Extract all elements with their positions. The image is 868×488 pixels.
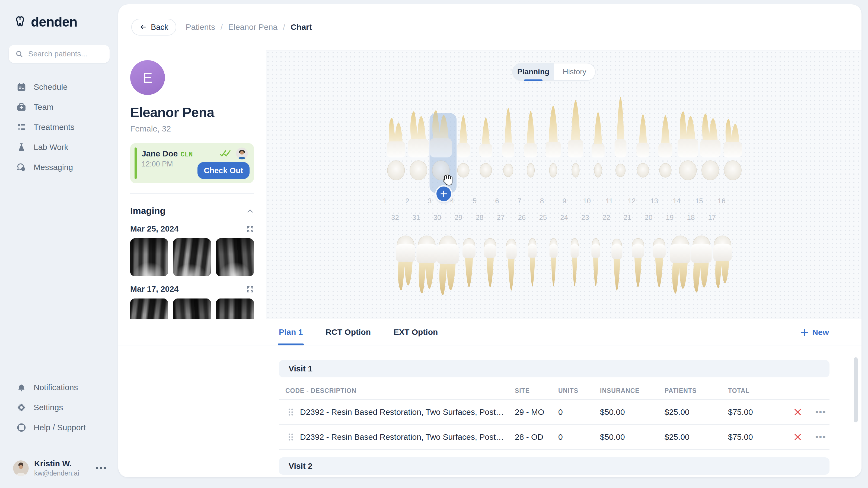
tooth-14[interactable] (678, 111, 698, 180)
sidebar-item-lab-work[interactable]: Lab Work (0, 137, 118, 157)
procedure-description: D2392 - Resin Based Restoration, Two Sur… (300, 432, 515, 442)
appointment-card[interactable]: Jane DoeCLN 12:00 PM Check Out (130, 143, 254, 183)
breadcrumb-separator: / (283, 23, 285, 32)
tooth-11[interactable] (615, 97, 627, 177)
procedure-total: $75.00 (728, 408, 794, 417)
sidebar-item-help-support[interactable]: Help / Support (0, 418, 118, 437)
plan-body: Visit 1CODE - DESCRIPTIONSITEUNITSINSURA… (279, 346, 830, 477)
search-input[interactable]: Search patients... (9, 45, 110, 63)
sidebar-item-label: Lab Work (34, 142, 68, 152)
patient-name: Eleanor Pena (130, 105, 254, 120)
breadcrumb-item[interactable]: Patients (186, 23, 215, 32)
tooth-31[interactable] (416, 236, 437, 293)
logo-wordmark: denden (31, 14, 77, 30)
tooth-18[interactable] (691, 236, 712, 292)
expand-icon[interactable] (246, 225, 254, 233)
sidebar-item-settings[interactable]: Settings (0, 397, 118, 418)
tooth-number-16: 16 (718, 197, 725, 205)
chat-icon (16, 162, 27, 172)
tooth-number-12: 12 (628, 197, 636, 205)
xray-thumbnail[interactable] (130, 238, 168, 276)
tooth-23[interactable] (591, 238, 600, 286)
visit-header[interactable]: Visit 1 (279, 360, 830, 378)
scrollbar-thumb[interactable] (854, 357, 858, 422)
delete-row-icon[interactable] (794, 408, 802, 416)
breadcrumb: Back Patients/Eleanor Pena/Chart (118, 4, 862, 50)
visit-header[interactable]: Visit 2 (279, 457, 830, 475)
drag-handle-icon[interactable] (288, 433, 293, 441)
tooth-16[interactable] (724, 119, 742, 180)
tooth-24[interactable] (570, 238, 579, 286)
procedure-units: 0 (558, 408, 600, 417)
breadcrumb-item: Chart (290, 23, 312, 32)
sidebar-item-team[interactable]: Team (0, 97, 118, 117)
user-name: Kristin W. (34, 459, 79, 468)
tooth-29[interactable] (463, 238, 475, 287)
tooth-number-30: 30 (433, 214, 441, 221)
appointment-provider: Jane DoeCLN (142, 149, 193, 159)
new-plan-button[interactable]: New (801, 319, 829, 346)
tooth-number-2: 2 (405, 197, 409, 205)
tooth-number-5: 5 (473, 197, 476, 205)
xray-thumbnail[interactable] (173, 238, 211, 276)
tooth-25[interactable] (550, 238, 558, 286)
tab-history[interactable]: History (554, 63, 595, 80)
tooth-number-27: 27 (497, 214, 505, 221)
plan-tab-plan-1[interactable]: Plan 1 (279, 327, 303, 337)
breadcrumb-item[interactable]: Eleanor Pena (228, 23, 278, 32)
sidebar-item-label: Treatments (34, 123, 74, 132)
tooth-2[interactable] (408, 111, 429, 180)
sidebar-item-label: Schedule (34, 83, 67, 92)
tooth-9[interactable] (568, 100, 583, 177)
tooth-4[interactable] (457, 115, 470, 177)
expand-icon[interactable] (246, 285, 254, 293)
drag-handle-icon[interactable] (288, 408, 293, 416)
delete-row-icon[interactable] (794, 433, 802, 441)
tooth-22[interactable] (611, 239, 622, 291)
tooth-10[interactable] (592, 112, 604, 177)
xray-thumbnail[interactable] (216, 238, 254, 276)
tab-planning[interactable]: Planning (513, 63, 554, 80)
sidebar-footer-nav: NotificationsSettingsHelp / Support (0, 378, 118, 437)
sidebar-item-messaging[interactable]: Messaging (0, 157, 118, 177)
procedure-row[interactable]: D2392 - Resin Based Restoration, Two Sur… (279, 400, 830, 425)
active-tab-indicator (524, 79, 542, 82)
plan-tab-ext-option[interactable]: EXT Option (394, 327, 438, 337)
tooth-32[interactable] (396, 236, 415, 290)
tooth-12[interactable] (637, 114, 649, 177)
plus-icon (801, 329, 808, 336)
tooth-13[interactable] (658, 115, 673, 177)
tooth-28[interactable] (484, 238, 496, 287)
tooth-6[interactable] (502, 108, 514, 177)
tooth-15[interactable] (700, 113, 721, 180)
sidebar-item-notifications[interactable]: Notifications (0, 378, 118, 397)
tooth-number-10: 10 (583, 197, 591, 205)
user-more-icon[interactable]: ••• (95, 464, 107, 473)
back-button[interactable]: Back (131, 19, 176, 35)
tooth-7[interactable] (524, 111, 537, 177)
tooth-21[interactable] (632, 238, 644, 287)
tooth-20[interactable] (653, 238, 665, 287)
tooth-19[interactable] (670, 236, 691, 293)
plan-tabs: Plan 1RCT OptionEXT Option (118, 319, 862, 346)
tooth-26[interactable] (528, 238, 537, 286)
plan-tab-rct-option[interactable]: RCT Option (326, 327, 371, 337)
patient-avatar: E (130, 60, 165, 95)
sidebar-item-schedule[interactable]: Schedule (0, 77, 118, 97)
check-out-button[interactable]: Check Out (197, 162, 250, 179)
tooth-17[interactable] (713, 236, 732, 288)
tooth-8[interactable] (546, 105, 561, 177)
procedure-insurance: $50.00 (600, 432, 664, 442)
row-more-icon[interactable]: ••• (815, 408, 830, 417)
chevron-up-icon[interactable] (246, 207, 254, 215)
tooth-27[interactable] (506, 239, 517, 291)
tooth-1[interactable] (387, 118, 405, 180)
procedure-row[interactable]: D2392 - Resin Based Restoration, Two Sur… (279, 425, 830, 450)
tooth-30[interactable] (437, 236, 459, 295)
sidebar-item-treatments[interactable]: Treatments (0, 117, 118, 137)
main-panel: Back Patients/Eleanor Pena/Chart E Elean… (118, 4, 862, 477)
add-procedure-button[interactable] (436, 187, 451, 201)
tooth-5[interactable] (479, 118, 492, 177)
row-more-icon[interactable]: ••• (815, 432, 830, 442)
user-profile[interactable]: Kristin W. kw@denden.ai ••• (0, 459, 118, 477)
